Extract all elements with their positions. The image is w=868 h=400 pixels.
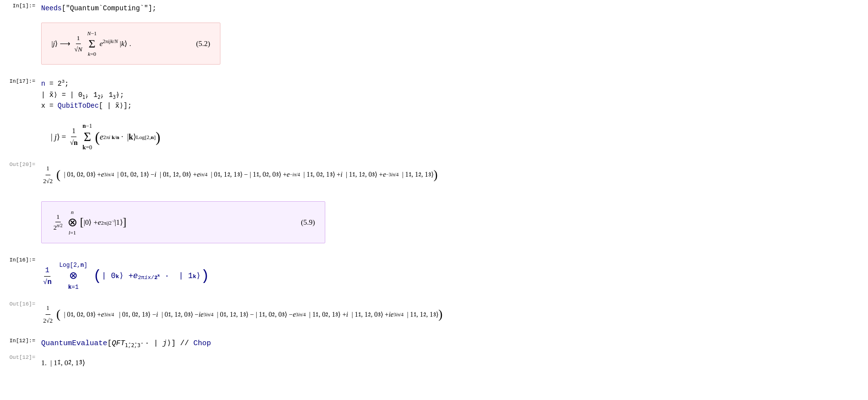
- in17-line2: | x̃⟩ = | 01̂, 12̂, 13̂⟩;: [41, 90, 866, 100]
- out12-coeff: 1.: [41, 355, 50, 370]
- tensor-bracket-close: ]: [123, 213, 127, 231]
- cell-pink-box: |j⟩ ⟶ 1 √N N−1 Σ k=0 e2πijk/N: [0, 17, 868, 71]
- needs-function: Needs: [41, 4, 62, 12]
- in16-formula: 1 √n Log[2,n] ⊗ k=1 ( | 0k⟩ + e2πix/2k ·…: [41, 261, 866, 292]
- out12-formula: 1. | 11̂, 02̂, 13̂⟩: [41, 355, 866, 370]
- cell-formula-j: | j⟩ = 1 √n n−1 Σ k=0 ( e2πi k/n · | k⟩L…: [0, 115, 868, 160]
- cell-content-out12: 1. | 11̂, 02̂, 13̂⟩: [39, 354, 868, 371]
- cell-label-purple: [0, 197, 39, 198]
- frac-1-sqrtn: 1 √n: [69, 125, 79, 148]
- cell-in1: In[1]:= Needs["Quantum`Computing`"];: [0, 0, 868, 17]
- cell-out12: Out[12]= 1. | 11̂, 02̂, 13̂⟩: [0, 353, 868, 373]
- frac-out20: 1 2√2: [42, 163, 54, 188]
- cell-out16: Out[16]= 1 2√2 ( | 01̂, 02̂, 03̂⟩ + e3iπ…: [0, 299, 868, 330]
- cell-purple-box: 1 2n/2 n ⊗ l=1 [ |0⟩ + e2πij2−l|1⟩ ]: [0, 195, 868, 249]
- big-paren-close-out16: ): [438, 302, 442, 327]
- quantum-evaluate-close: ]: [171, 339, 176, 348]
- out16-formula: 1 2√2 ( | 01̂, 02̂, 03̂⟩ + e3iπ/4 | 01̂,…: [41, 302, 866, 327]
- sigma-n-1: n−1 Σ k=0: [83, 121, 92, 153]
- cell-label-formulaj: [0, 117, 39, 118]
- cell-content-purple: 1 2n/2 n ⊗ l=1 [ |0⟩ + e2πij2−l|1⟩ ]: [39, 197, 868, 247]
- cell-label-out16: Out[16]=: [0, 301, 39, 307]
- eq-number-59: (5.9): [291, 216, 315, 228]
- exp-term: e2πijk/N: [99, 38, 118, 49]
- cell-label-pink: [0, 19, 39, 20]
- frac-in16: 1 √n: [42, 265, 52, 288]
- tensor-product-box: 1 2n/2 n ⊗ l=1 [ |0⟩ + e2πij2−l|1⟩ ]: [41, 201, 325, 243]
- tensor-sigma: n ⊗ l=1: [68, 208, 77, 237]
- in17-line3: x = QubitToDec[ | x̃⟩];: [41, 100, 866, 111]
- cell-content-in17: n = 23; | x̃⟩ = | 01̂, 12̂, 13̂⟩; x = Qu…: [39, 77, 868, 112]
- cell-label-out20: Out[20]=: [0, 162, 39, 167]
- frac-tensor: 1 2n/2: [52, 212, 64, 233]
- out20-formula: 1 2√2 ( | 01̂, 02̂, 03̂⟩ + e3iπ/4 | 01̂,…: [41, 163, 866, 188]
- cell-in12: In[12]:= QuantumEvaluate[QFT1̂,2̂,3̂ · |…: [0, 335, 868, 353]
- qft-definition-box: |j⟩ ⟶ 1 √N N−1 Σ k=0 e2πijk/N: [41, 23, 220, 65]
- chop-operator: // Chop: [180, 339, 211, 348]
- cell-content-in16: 1 √n Log[2,n] ⊗ k=1 ( | 0k⟩ + e2πix/2k ·…: [39, 256, 868, 297]
- in16-paren-close: ): [201, 265, 209, 288]
- ket-j-lhs: |j⟩ ⟶: [51, 38, 71, 49]
- cell-content-in12: QuantumEvaluate[QFT1̂,2̂,3̂ · | j⟩] // C…: [39, 337, 868, 351]
- quantum-evaluate-func: QuantumEvaluate: [41, 339, 107, 348]
- cell-out20: Out[20]= 1 2√2 ( | 01̂, 02̂, 03̂⟩ + e3iπ…: [0, 160, 868, 190]
- needs-arg: ["Quantum`Computing`"];: [62, 4, 156, 12]
- tensor-bracket-open: [: [80, 213, 84, 231]
- formula-j-display: | j⟩ = 1 √n n−1 Σ k=0 ( e2πi k/n · | k⟩L…: [51, 121, 868, 153]
- eq-number-52: (5.2): [186, 38, 210, 49]
- big-paren-open-out16: (: [56, 302, 60, 327]
- quantum-evaluate-bracket: [: [107, 339, 112, 348]
- cell-content-pink: |j⟩ ⟶ 1 √N N−1 Σ k=0 e2πijk/N: [39, 19, 868, 69]
- sum-sigma: N−1 Σ k=0: [87, 29, 97, 58]
- big-paren-close-out20: ): [434, 163, 437, 187]
- big-paren-open-out20: (: [56, 163, 60, 187]
- cell-label-in12: In[12]:=: [0, 337, 39, 344]
- qft-subscript: QFT1̂,2̂,3̂ · | j⟩: [112, 339, 171, 348]
- qft-formula: |j⟩ ⟶ 1 √N N−1 Σ k=0 e2πijk/N: [51, 29, 210, 58]
- cell-content-formulaj: | j⟩ = 1 √n n−1 Σ k=0 ( e2πi k/n · | k⟩L…: [39, 117, 868, 158]
- cell-label-out12: Out[12]=: [0, 354, 39, 360]
- paren-open-large: (: [95, 126, 100, 148]
- tensor-formula: 1 2n/2 n ⊗ l=1 [ |0⟩ + e2πij2−l|1⟩ ]: [51, 208, 315, 237]
- cell-label-in1: In[1]:=: [0, 2, 39, 9]
- cell-in17: In[17]:= n = 23; | x̃⟩ = | 01̂, 12̂, 13̂…: [0, 75, 868, 114]
- cell-content-in1: Needs["Quantum`Computing`"];: [39, 2, 868, 15]
- in16-paren-open: (: [93, 265, 101, 288]
- frac-out16: 1 2√2: [42, 302, 54, 327]
- paren-close-large: ): [156, 126, 161, 148]
- in17-line1: n = 23;: [41, 78, 866, 89]
- cell-content-out20: 1 2√2 ( | 01̂, 02̂, 03̂⟩ + e3iπ/4 | 01̂,…: [39, 162, 868, 188]
- notebook: In[1]:= Needs["Quantum`Computing`"]; |j⟩…: [0, 0, 868, 373]
- cell-content-out16: 1 2√2 ( | 01̂, 02̂, 03̂⟩ + e3iπ/4 | 01̂,…: [39, 301, 868, 328]
- ket-k: |k⟩ .: [120, 38, 131, 49]
- cell-in16: In[16]:= 1 √n Log[2,n] ⊗ k=1 ( | 0k⟩ + e…: [0, 254, 868, 299]
- sigma-in16: Log[2,n] ⊗ k=1: [59, 261, 88, 292]
- ket-j-formula-lhs: | j⟩ =: [51, 131, 66, 143]
- cell-label-in17: In[17]:=: [0, 77, 39, 84]
- fraction-1-sqrtN: 1 √N: [73, 33, 83, 54]
- cell-label-in16: In[16]:=: [0, 256, 39, 263]
